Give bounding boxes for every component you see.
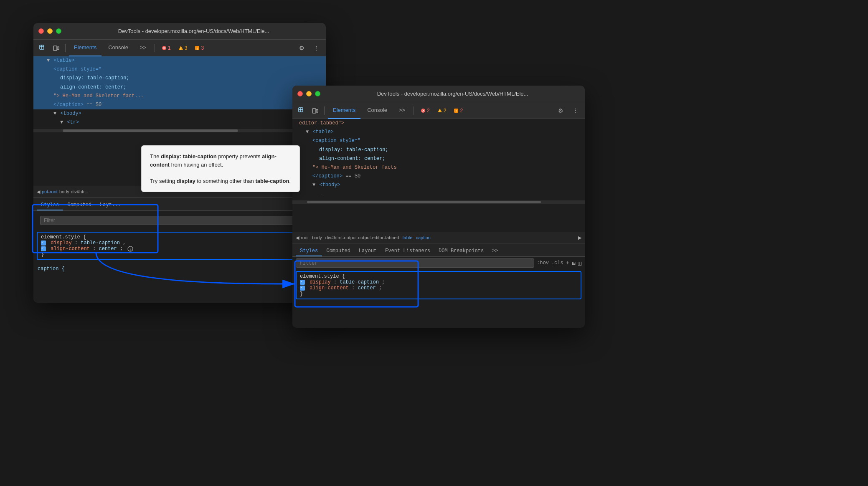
html-line-table[interactable]: ▼ <table> bbox=[33, 56, 326, 65]
style-rule-highlighted-2: element.style { display : table-caption … bbox=[296, 271, 581, 299]
inspect-icon[interactable] bbox=[37, 42, 48, 54]
tab-layout-1[interactable]: Layt... bbox=[96, 200, 125, 210]
tab-more-styles-2[interactable]: >> bbox=[488, 246, 502, 256]
traffic-lights-1 bbox=[38, 28, 61, 34]
svg-rect-3 bbox=[53, 46, 57, 51]
minimize-button-2[interactable] bbox=[306, 91, 312, 96]
tooltip-box: The display: table-caption property prev… bbox=[141, 145, 300, 192]
html-line-align[interactable]: align-content: center; bbox=[33, 83, 326, 92]
toolbar-sep-4 bbox=[414, 106, 414, 115]
gear-icon-1[interactable]: ⚙ bbox=[296, 42, 307, 54]
html-line-caption-text-2[interactable]: "> He-Man and Skeletor facts bbox=[292, 163, 585, 172]
styles-tabs-1: Styles Computed Layt... bbox=[33, 197, 326, 211]
window-title-1: DevTools - developer.mozilla.org/en-US/d… bbox=[66, 28, 321, 34]
tab-console-2[interactable]: Console bbox=[362, 102, 392, 119]
badge-warn-2: ! 2 bbox=[435, 107, 449, 114]
tab-elements-1[interactable]: Elements bbox=[69, 40, 102, 56]
svg-rect-0 bbox=[40, 45, 44, 49]
toolbar-1: Elements Console >> ✕ 1 ! 3 ! 3 ⚙ ⋮ bbox=[33, 40, 326, 56]
checkbox-align-1[interactable] bbox=[41, 246, 46, 251]
device-icon[interactable] bbox=[50, 42, 62, 54]
more-menu-icon-2[interactable]: ⋮ bbox=[570, 105, 581, 116]
elements-panel-2: editor-tabbed"> ▼ <table> <caption style… bbox=[292, 119, 585, 232]
tab-layout-2[interactable]: Layout bbox=[355, 246, 381, 256]
new-style-rule-icon[interactable]: ⊞ bbox=[572, 260, 575, 267]
tab-console-1[interactable]: Console bbox=[103, 40, 133, 56]
svg-text:✕: ✕ bbox=[422, 109, 425, 113]
html-line-caption-open[interactable]: <caption style=" bbox=[33, 65, 326, 74]
gear-icon-2[interactable]: ⚙ bbox=[555, 105, 566, 116]
html-line-table-2[interactable]: ▼ <table> bbox=[292, 128, 585, 137]
toolbar-sep-3 bbox=[324, 106, 325, 115]
svg-rect-4 bbox=[57, 47, 59, 50]
style-rule-caption: caption { bbox=[33, 263, 326, 274]
svg-rect-13 bbox=[299, 108, 303, 112]
style-rule-highlighted-1: element.style { display : table-caption … bbox=[37, 232, 322, 260]
svg-text:!: ! bbox=[439, 109, 440, 113]
titlebar-1: DevTools - developer.mozilla.org/en-US/d… bbox=[33, 23, 326, 40]
svg-rect-17 bbox=[316, 109, 318, 112]
styles-panel-2: Styles Computed Layout Event Listeners D… bbox=[292, 243, 585, 328]
tab-elements-2[interactable]: Elements bbox=[328, 102, 360, 119]
checkbox-align-2[interactable] bbox=[300, 286, 305, 291]
maximize-button-2[interactable] bbox=[315, 91, 320, 96]
toggle-sidebar-icon[interactable]: ◫ bbox=[578, 260, 581, 267]
svg-text:i: i bbox=[129, 248, 132, 251]
styles-tabs-2: Styles Computed Layout Event Listeners D… bbox=[292, 243, 585, 257]
window-title-2: DevTools - developer.mozilla.org/en-US/d… bbox=[325, 91, 580, 97]
hov-button[interactable]: :hov bbox=[537, 260, 549, 266]
html-line-caption-close[interactable]: </caption> == $0 bbox=[33, 101, 326, 109]
tab-event-listeners-2[interactable]: Event Listeners bbox=[381, 246, 434, 256]
tab-styles-2[interactable]: Styles bbox=[296, 246, 322, 256]
toolbar-sep-1 bbox=[65, 44, 66, 52]
tab-computed-2[interactable]: Computed bbox=[322, 246, 355, 256]
html-line-editor-tabbed[interactable]: editor-tabbed"> bbox=[292, 119, 585, 128]
html-line-caption-text[interactable]: "> He-Man and Skeletor fact... bbox=[33, 92, 326, 101]
styles-panel-1: Styles Computed Layt... element.style { … bbox=[33, 197, 326, 303]
close-button-1[interactable] bbox=[38, 28, 44, 34]
svg-text:!: ! bbox=[197, 46, 198, 50]
badge-error-1: ✕ 1 bbox=[159, 44, 173, 52]
titlebar-2: DevTools - developer.mozilla.org/en-US/d… bbox=[292, 86, 585, 102]
device-icon-2[interactable] bbox=[309, 105, 321, 116]
html-line-dash: – bbox=[292, 190, 585, 199]
tab-computed-1[interactable]: Computed bbox=[63, 200, 96, 210]
html-line-tr[interactable]: ▼ <tr> bbox=[33, 118, 326, 127]
toolbar-sep-2 bbox=[155, 44, 155, 52]
devtools-window-2: DevTools - developer.mozilla.org/en-US/d… bbox=[292, 86, 585, 328]
traffic-lights-2 bbox=[297, 91, 320, 96]
breadcrumb-2: ◀ root body div#html-output.output.edito… bbox=[292, 232, 585, 243]
badge-warn-1: ! 3 bbox=[176, 44, 190, 52]
maximize-button-1[interactable] bbox=[56, 28, 61, 34]
tab-styles-1[interactable]: Styles bbox=[37, 200, 63, 210]
badge-info-1: ! 3 bbox=[192, 44, 206, 52]
html-line-tbody-2[interactable]: ▼ <tbody> bbox=[292, 181, 585, 190]
toolbar-2: Elements Console >> ✕ 2 ! 2 ! 2 ⚙ ⋮ bbox=[292, 102, 585, 119]
html-line-caption-open-2[interactable]: <caption style=" bbox=[292, 137, 585, 145]
html-line-display[interactable]: display: table-caption; bbox=[33, 74, 326, 83]
styles-filter-2[interactable] bbox=[296, 258, 534, 268]
inspect-icon-2[interactable] bbox=[296, 105, 307, 116]
tab-more-2[interactable]: >> bbox=[394, 102, 410, 119]
badge-info-2: ! 2 bbox=[451, 107, 465, 114]
tab-dom-breakpoints-2[interactable]: DOM Breakpoints bbox=[434, 246, 488, 256]
more-menu-icon-1[interactable]: ⋮ bbox=[311, 42, 322, 54]
html-line-display-2[interactable]: display: table-caption; bbox=[292, 146, 585, 154]
html-line-tbody[interactable]: ▼ <tbody> bbox=[33, 109, 326, 118]
styles-filter-1[interactable] bbox=[40, 216, 319, 225]
svg-text:!: ! bbox=[180, 46, 181, 50]
checkbox-display-1[interactable] bbox=[41, 240, 46, 246]
tab-more-1[interactable]: >> bbox=[135, 40, 151, 56]
svg-text:✕: ✕ bbox=[163, 46, 166, 50]
html-line-caption-close-2[interactable]: </caption> == $0 bbox=[292, 172, 585, 181]
cls-button[interactable]: .cls bbox=[551, 260, 563, 266]
svg-text:!: ! bbox=[456, 109, 457, 113]
info-icon-1: i bbox=[127, 246, 133, 252]
checkbox-display-2[interactable] bbox=[300, 280, 305, 285]
html-line-align-2[interactable]: align-content: center; bbox=[292, 154, 585, 163]
svg-rect-16 bbox=[312, 109, 316, 113]
close-button-2[interactable] bbox=[297, 91, 303, 96]
badge-error-2: ✕ 2 bbox=[418, 107, 432, 114]
minimize-button-1[interactable] bbox=[47, 28, 53, 34]
add-rule-icon[interactable]: + bbox=[566, 260, 569, 266]
